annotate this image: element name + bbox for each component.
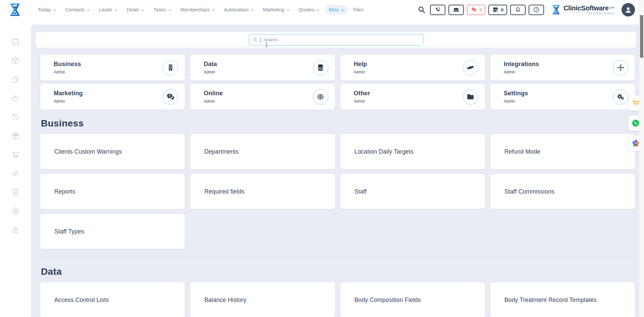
database-icon xyxy=(313,60,328,75)
brand-name: ClinicSoftware xyxy=(564,4,609,12)
register-button[interactable]: 0 xyxy=(488,5,507,15)
search-icon xyxy=(253,37,258,42)
svg-text:$: $ xyxy=(169,94,170,97)
top-header: Today Contacts Leads Deals Tasks Members… xyxy=(0,0,639,19)
section-divider xyxy=(36,258,636,258)
register-count-badge: 0 xyxy=(501,7,503,12)
tile-access-control-lists[interactable]: Access Control Lists xyxy=(40,282,185,317)
handshake-icon xyxy=(463,60,478,75)
category-card-help[interactable]: Help Admin xyxy=(340,55,485,81)
nav-marketing[interactable]: Marketing xyxy=(259,5,293,15)
store-icon xyxy=(492,6,499,13)
text-caret xyxy=(260,37,261,43)
chevron-down-icon xyxy=(53,9,56,11)
inbox-icon xyxy=(453,6,460,13)
chat-count-badge: 3 xyxy=(479,7,482,12)
brand-tagline: TEN STEPS AHEAD xyxy=(564,12,614,15)
chevron-down-icon xyxy=(316,9,320,11)
tile-staff[interactable]: Staff xyxy=(340,174,485,209)
nav-deals[interactable]: Deals xyxy=(123,5,148,15)
tile-body-treatment-record-templates[interactable]: Body Treatment Record Templates xyxy=(490,282,635,317)
search-input[interactable] xyxy=(263,37,420,42)
brand-tld: .com xyxy=(609,6,614,9)
globe-icon xyxy=(313,89,328,105)
report-icon[interactable] xyxy=(11,188,20,197)
category-card-online[interactable]: Online Admin xyxy=(190,84,335,110)
tile-reports[interactable]: Reports xyxy=(40,174,185,209)
hourglass-logo-icon[interactable] xyxy=(7,2,23,18)
cube-icon[interactable] xyxy=(11,56,20,65)
inbox-button[interactable] xyxy=(448,5,464,15)
text-cursor-pointer xyxy=(264,42,269,47)
chevron-down-icon xyxy=(341,9,344,11)
folder-icon xyxy=(463,89,478,105)
section-title-business: Business xyxy=(41,118,639,129)
phone-button[interactable] xyxy=(430,5,445,15)
search-field[interactable] xyxy=(249,34,423,46)
notifications-button[interactable] xyxy=(510,5,526,15)
cart-icon[interactable] xyxy=(11,150,20,159)
user-avatar[interactable] xyxy=(622,3,635,16)
category-cards: Business Admin Data Admin Help xyxy=(40,55,635,110)
user-circle-icon[interactable] xyxy=(11,207,20,215)
chat-button[interactable]: 3 xyxy=(467,5,486,15)
nav-tasks[interactable]: Tasks xyxy=(150,5,175,15)
hourglass-logo-icon xyxy=(550,4,562,16)
nav-quotes[interactable]: Quotes xyxy=(295,5,324,15)
nav-memberships[interactable]: Memberships xyxy=(177,5,219,15)
help-button[interactable]: ? xyxy=(529,5,544,15)
nav-leads[interactable]: Leads xyxy=(95,5,121,15)
tile-location-daily-targets[interactable]: Location Daily Targets xyxy=(340,134,485,169)
nav-misc[interactable]: Misc xyxy=(325,5,348,15)
tile-body-composition-fields[interactable]: Body Composition Fields xyxy=(340,282,485,317)
user-icon xyxy=(624,5,633,14)
chevron-down-icon xyxy=(87,9,90,11)
nav-files[interactable]: Files xyxy=(350,5,367,15)
bell-icon xyxy=(515,6,521,13)
tile-staff-commissions[interactable]: Staff Commissions xyxy=(490,174,635,209)
tile-staff-types[interactable]: Staff Types xyxy=(40,214,185,249)
category-card-other[interactable]: Other Admin xyxy=(340,84,485,110)
copy-icon[interactable] xyxy=(11,75,20,84)
chevron-down-icon xyxy=(212,9,215,11)
category-card-data[interactable]: Data Admin xyxy=(190,55,335,81)
lock-icon[interactable] xyxy=(11,225,20,234)
nav-today[interactable]: Today xyxy=(34,5,60,15)
tile-required-fields[interactable]: Required fields xyxy=(190,174,335,209)
chat-icon xyxy=(471,6,477,13)
clinicsoftware-app: Today Contacts Leads Deals Tasks Members… xyxy=(0,0,644,317)
category-card-settings[interactable]: Settings Admin xyxy=(490,84,635,110)
chevron-down-icon xyxy=(168,9,171,11)
comments-dollar-icon: $ xyxy=(163,89,178,105)
tile-refund-mode[interactable]: Refund Mode xyxy=(490,134,635,169)
tag-icon[interactable] xyxy=(11,169,20,178)
clinicsoftware-brand[interactable]: ClinicSoftware.com TEN STEPS AHEAD xyxy=(550,4,614,16)
phone-icon xyxy=(434,6,441,13)
category-card-business[interactable]: Business Admin xyxy=(40,55,185,81)
nav-contacts[interactable]: Contacts xyxy=(62,5,94,15)
nav-automation[interactable]: Automation xyxy=(220,5,258,15)
svg-text:?: ? xyxy=(535,8,537,11)
scrollbar-thumb[interactable] xyxy=(640,15,643,58)
chevron-down-icon xyxy=(141,9,145,11)
history-icon[interactable] xyxy=(11,113,20,121)
business-tiles: Clients Custom Warnings Departments Loca… xyxy=(40,134,635,249)
page-scrollbar[interactable] xyxy=(639,0,644,317)
data-tiles: Access Control Lists Balance History Bod… xyxy=(40,282,635,317)
tile-clients-custom-warnings[interactable]: Clients Custom Warnings xyxy=(40,134,185,169)
gift-icon[interactable] xyxy=(11,131,20,140)
category-card-marketing[interactable]: Marketing Admin $ xyxy=(40,84,185,110)
chevron-down-icon xyxy=(251,9,254,11)
tile-departments[interactable]: Departments xyxy=(190,134,335,169)
svg-text:AI: AI xyxy=(635,142,637,144)
search-panel xyxy=(36,32,636,48)
search-icon[interactable] xyxy=(418,6,426,14)
help-icon: ? xyxy=(533,6,540,13)
category-card-integrations[interactable]: Integrations Admin xyxy=(490,55,635,81)
tile-balance-history[interactable]: Balance History xyxy=(190,282,335,317)
gears-icon xyxy=(613,89,628,105)
section-title-data: Data xyxy=(41,266,639,277)
header-actions: 3 0 ? xyxy=(418,3,635,16)
basket-down-icon[interactable] xyxy=(11,94,20,103)
calendar-12-icon[interactable]: 12 xyxy=(11,38,20,46)
